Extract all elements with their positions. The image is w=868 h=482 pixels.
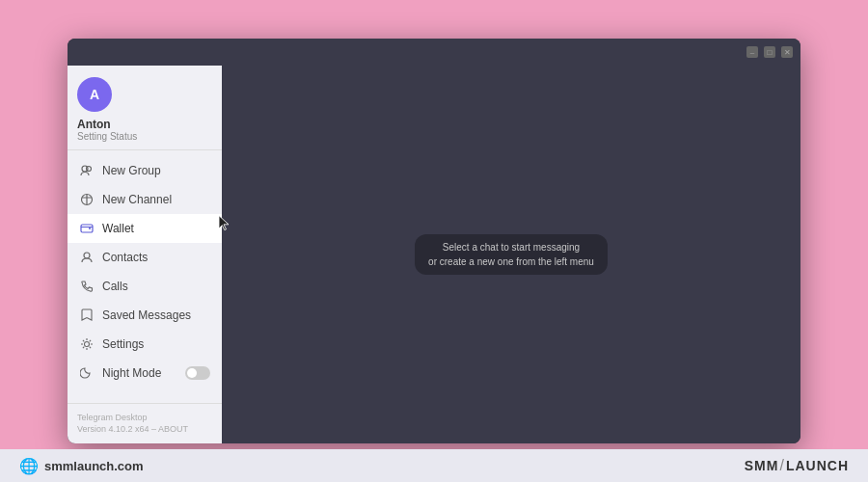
main-content: Select a chat to start messaging or crea… — [222, 66, 800, 443]
night-mode-toggle[interactable] — [185, 366, 210, 380]
svg-point-4 — [84, 253, 90, 258]
sidebar-item-settings[interactable]: Settings — [68, 330, 222, 359]
footer-logo: SMM/LAUNCH — [745, 457, 849, 474]
calls-icon — [79, 279, 95, 294]
logo-slash-icon: / — [779, 457, 784, 474]
footer-url: smmlaunch.com — [44, 459, 144, 473]
sidebar-header: A Anton Setting Status — [68, 66, 222, 150]
sidebar-item-label: Saved Messages — [102, 308, 191, 322]
sidebar-item-night-mode[interactable]: Night Mode — [68, 359, 222, 388]
sidebar-menu: New Group New Channel — [68, 150, 222, 402]
footer-left: 🌐 smmlaunch.com — [19, 457, 144, 475]
avatar: A — [77, 77, 112, 112]
hint-line2: or create a new one from the left menu — [428, 254, 594, 269]
sidebar-item-new-group[interactable]: New Group — [68, 156, 222, 185]
sidebar-item-label: Settings — [102, 337, 144, 351]
wallet-icon — [79, 221, 95, 236]
sidebar-item-label: New Channel — [102, 193, 172, 206]
sidebar-item-label: Wallet — [102, 222, 134, 235]
logo-text: SMM — [745, 458, 779, 473]
hint-line1: Select a chat to start messaging — [428, 240, 594, 254]
sidebar-item-calls[interactable]: Calls — [68, 272, 222, 301]
title-bar: – □ ✕ — [68, 39, 800, 66]
new-group-icon — [79, 163, 95, 178]
app-name: Telegram Desktop — [77, 412, 212, 424]
sidebar-item-new-channel[interactable]: New Channel — [68, 185, 222, 214]
sidebar-item-label: Night Mode — [102, 366, 161, 380]
app-window: – □ ✕ A Anton Setting Status — [68, 39, 800, 443]
maximize-button[interactable]: □ — [764, 46, 775, 58]
globe-icon: 🌐 — [19, 457, 39, 475]
settings-icon — [79, 336, 95, 352]
logo-suffix: LAUNCH — [786, 458, 849, 473]
svg-point-5 — [85, 342, 90, 347]
sidebar-item-label: Calls — [102, 280, 128, 293]
chat-hint: Select a chat to start messaging or crea… — [415, 234, 608, 275]
sidebar-item-contacts[interactable]: Contacts — [68, 243, 222, 272]
sidebar-footer: Telegram Desktop Version 4.10.2 x64 – AB… — [68, 403, 222, 443]
contacts-icon — [79, 250, 95, 265]
sidebar-item-label: Contacts — [102, 251, 148, 264]
user-name: Anton — [77, 118, 212, 131]
saved-messages-icon — [79, 308, 95, 323]
new-channel-icon — [79, 192, 95, 207]
window-body: A Anton Setting Status New Group — [68, 66, 800, 443]
sidebar: A Anton Setting Status New Group — [68, 66, 222, 443]
minimize-button[interactable]: – — [746, 46, 758, 58]
sidebar-item-wallet[interactable]: Wallet — [68, 214, 222, 243]
sidebar-item-label: New Group — [102, 164, 161, 177]
night-mode-icon — [79, 365, 95, 381]
user-status: Setting Status — [77, 131, 212, 142]
version-info: Version 4.10.2 x64 – ABOUT — [77, 423, 212, 436]
footer-bar: 🌐 smmlaunch.com SMM/LAUNCH — [0, 449, 868, 482]
svg-rect-3 — [81, 225, 93, 232]
window-controls: – □ ✕ — [746, 46, 793, 58]
sidebar-item-saved-messages[interactable]: Saved Messages — [68, 301, 222, 330]
close-button[interactable]: ✕ — [781, 46, 793, 58]
svg-point-1 — [87, 167, 92, 172]
